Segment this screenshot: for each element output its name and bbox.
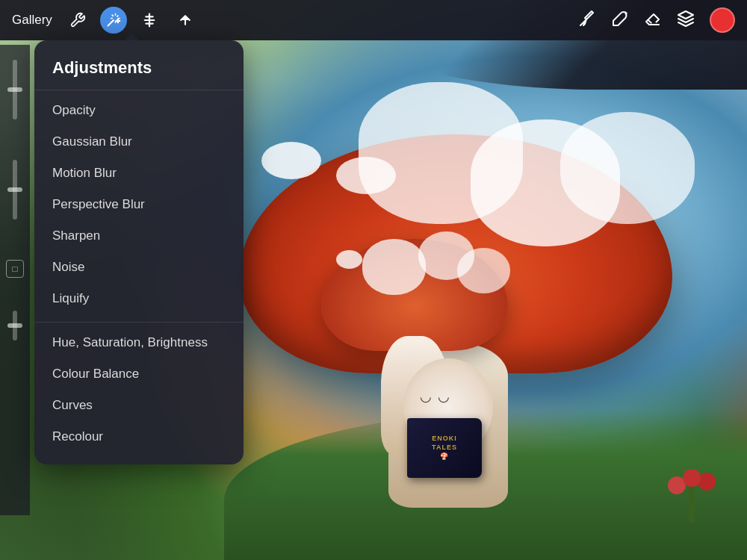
divider-2 (34, 322, 244, 323)
adjustment-item-colour-balance[interactable]: Colour Balance (34, 358, 244, 390)
magic-wand-icon[interactable] (100, 7, 127, 34)
color-picker-dot[interactable] (710, 7, 735, 33)
layers-icon[interactable] (677, 10, 695, 31)
adjustment-item-noise[interactable]: Noise (34, 252, 244, 283)
send-icon[interactable] (172, 7, 199, 34)
secondary-slider[interactable] (13, 311, 17, 340)
brush-icon[interactable] (611, 10, 629, 31)
adjustment-item-opacity[interactable]: Opacity (34, 95, 244, 126)
flower-red (689, 478, 695, 523)
adjustment-item-curves[interactable]: Curves (34, 390, 244, 421)
pen-nib-icon[interactable] (578, 10, 596, 31)
eraser-icon[interactable] (644, 10, 662, 31)
adjustments-panel: Adjustments Opacity Gaussian Blur Motion… (34, 40, 244, 464)
adjustment-item-recolour[interactable]: Recolour (34, 421, 244, 452)
book: ENOKI TALES 🍄 (407, 418, 482, 478)
flowers (598, 455, 710, 545)
book-title: ENOKI TALES 🍄 (432, 435, 457, 461)
topbar: Gallery (0, 0, 747, 40)
adjustments-title: Adjustments (34, 58, 244, 90)
opacity-slider[interactable] (13, 60, 17, 119)
strikethrough-icon[interactable] (136, 7, 163, 34)
adjustment-item-hue-saturation[interactable]: Hue, Saturation, Brightness (34, 327, 244, 358)
adjustment-item-liquify[interactable]: Liquify (34, 283, 244, 314)
adjustment-item-gaussian-blur[interactable]: Gaussian Blur (34, 126, 244, 158)
square-tool-icon[interactable]: □ (6, 260, 24, 278)
adjustment-item-sharpen[interactable]: Sharpen (34, 220, 244, 252)
gallery-button[interactable]: Gallery (12, 13, 52, 28)
left-toolbar: □ (0, 45, 30, 515)
size-slider[interactable] (13, 160, 17, 220)
adjustment-item-perspective-blur[interactable]: Perspective Blur (34, 189, 244, 220)
group-spacer (34, 314, 244, 322)
right-tools (578, 7, 735, 33)
divider (34, 90, 244, 90)
wrench-icon[interactable] (64, 7, 91, 34)
adjustment-item-motion-blur[interactable]: Motion Blur (34, 158, 244, 189)
